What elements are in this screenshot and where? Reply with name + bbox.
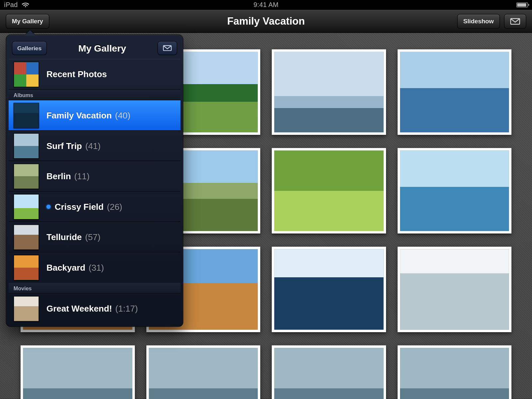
album-thumb xyxy=(14,133,39,159)
photo-thumb[interactable] xyxy=(397,148,511,233)
photo-thumb[interactable] xyxy=(272,345,386,399)
album-count: (11) xyxy=(74,171,89,181)
album-count: (31) xyxy=(89,263,104,273)
album-thumb xyxy=(14,103,39,128)
gallery-popover: Galleries My Gallery Recent Photos Album… xyxy=(6,35,183,327)
movie-duration: (1:17) xyxy=(115,304,138,314)
clock: 9:41 AM xyxy=(253,1,278,9)
album-label: Telluride xyxy=(47,232,82,242)
photo-thumb[interactable] xyxy=(397,49,511,135)
album-label: Recent Photos xyxy=(47,69,107,79)
album-item[interactable]: Berlin (11) xyxy=(9,161,181,192)
photo-thumb[interactable] xyxy=(146,345,260,399)
album-item[interactable]: Backyard (31) xyxy=(9,252,181,283)
album-item[interactable]: Family Vacation (40) xyxy=(9,100,181,131)
album-count: (41) xyxy=(85,141,100,151)
album-item[interactable]: Crissy Field (26) xyxy=(9,192,181,222)
nav-bar: My Gallery Family Vacation Slideshow xyxy=(0,10,532,33)
status-bar: iPad 9:41 AM xyxy=(0,0,532,10)
album-count: (57) xyxy=(85,232,100,242)
unread-dot-icon xyxy=(47,204,51,208)
album-item[interactable]: Telluride (57) xyxy=(9,222,181,253)
movie-label: Great Weekend! xyxy=(47,304,112,314)
photo-thumb[interactable] xyxy=(272,49,386,135)
popover-mail-button[interactable] xyxy=(158,41,177,55)
photo-thumb[interactable] xyxy=(397,247,511,332)
photo-thumb[interactable] xyxy=(21,345,135,399)
movie-item[interactable]: Great Weekend! (1:17) xyxy=(9,294,181,324)
album-label: Surf Trip xyxy=(47,141,82,151)
album-count: (40) xyxy=(115,110,130,120)
page-title: Family Vacation xyxy=(227,15,305,27)
photo-thumb[interactable] xyxy=(272,148,386,233)
album-thumb xyxy=(14,62,39,87)
album-label: Crissy Field xyxy=(55,202,103,212)
mail-icon xyxy=(510,18,520,25)
galleries-back-button[interactable]: Galleries xyxy=(12,41,47,55)
battery-icon xyxy=(516,2,528,7)
wifi-icon xyxy=(22,2,29,8)
back-button[interactable]: My Gallery xyxy=(6,14,49,29)
album-count: (26) xyxy=(107,202,122,212)
album-thumb xyxy=(14,224,39,250)
section-header-albums: Albums xyxy=(9,90,181,100)
album-label: Backyard xyxy=(47,263,85,273)
album-label: Berlin xyxy=(47,171,71,181)
movie-thumb xyxy=(14,296,39,322)
album-item[interactable]: Surf Trip (41) xyxy=(9,131,181,161)
album-thumb xyxy=(14,164,39,189)
photo-thumb[interactable] xyxy=(397,345,511,399)
share-mail-button[interactable] xyxy=(504,14,526,29)
album-label: Family Vacation xyxy=(47,110,112,120)
mail-icon xyxy=(163,45,172,51)
device-label: iPad xyxy=(4,1,18,9)
album-thumb xyxy=(14,255,39,281)
photo-thumb[interactable] xyxy=(272,247,386,332)
popover-title: My Gallery xyxy=(51,43,154,54)
slideshow-button[interactable]: Slideshow xyxy=(457,14,500,29)
section-header-movies: Movies xyxy=(9,283,181,294)
album-thumb xyxy=(14,194,39,219)
recent-photos-item[interactable]: Recent Photos xyxy=(9,59,181,90)
